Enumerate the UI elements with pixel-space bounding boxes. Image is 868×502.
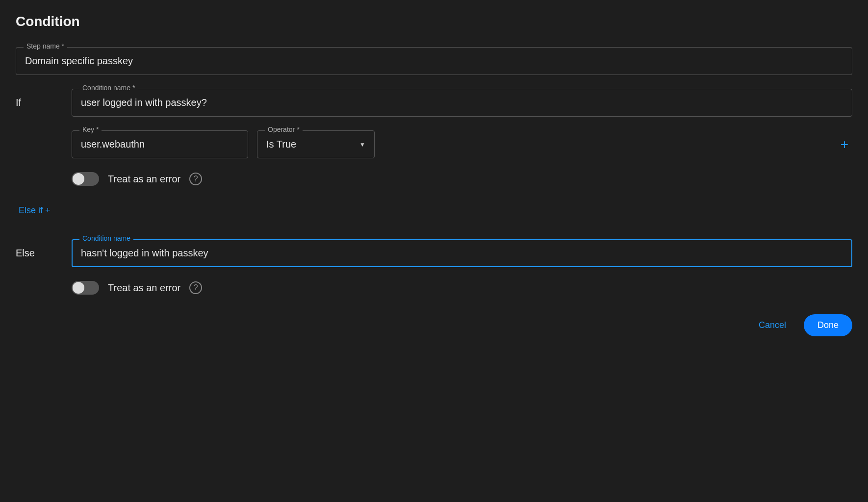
else-condition-name-field: Condition name bbox=[72, 239, 852, 267]
if-treat-error-label: Treat as an error bbox=[108, 174, 180, 185]
plus-icon: + bbox=[841, 137, 848, 152]
elseif-link[interactable]: Else if + bbox=[19, 205, 852, 216]
page-title: Condition bbox=[16, 14, 852, 29]
if-label: If bbox=[16, 97, 60, 108]
step-name-input[interactable] bbox=[16, 47, 852, 75]
help-icon[interactable]: ? bbox=[189, 281, 202, 294]
operator-value: Is True bbox=[266, 139, 296, 150]
toggle-thumb bbox=[73, 282, 84, 294]
operator-label: Operator * bbox=[265, 126, 303, 133]
if-condition-name-field: Condition name * bbox=[72, 89, 852, 117]
key-input[interactable] bbox=[72, 130, 248, 158]
add-condition-button[interactable]: + bbox=[837, 134, 852, 155]
key-label: Key * bbox=[79, 126, 102, 133]
else-treat-error-label: Treat as an error bbox=[108, 282, 180, 294]
key-field: Key * bbox=[72, 130, 248, 158]
chevron-down-icon: ▼ bbox=[359, 141, 365, 148]
help-icon[interactable]: ? bbox=[189, 173, 202, 185]
else-condition-name-label: Condition name bbox=[79, 234, 133, 242]
else-label: Else bbox=[16, 248, 60, 259]
done-button[interactable]: Done bbox=[804, 314, 852, 336]
else-condition-name-input[interactable] bbox=[72, 239, 852, 267]
toggle-thumb bbox=[73, 173, 84, 185]
if-treat-error-toggle[interactable] bbox=[72, 172, 99, 186]
operator-field: Operator * Is True ▼ bbox=[257, 130, 375, 158]
else-treat-error-toggle[interactable] bbox=[72, 281, 99, 295]
if-condition-name-label: Condition name * bbox=[79, 84, 138, 92]
if-condition-name-input[interactable] bbox=[72, 89, 852, 117]
operator-select[interactable]: Is True ▼ bbox=[257, 130, 375, 158]
step-name-label: Step name * bbox=[24, 42, 67, 50]
step-name-field: Step name * bbox=[16, 47, 852, 75]
cancel-button[interactable]: Cancel bbox=[751, 314, 794, 336]
